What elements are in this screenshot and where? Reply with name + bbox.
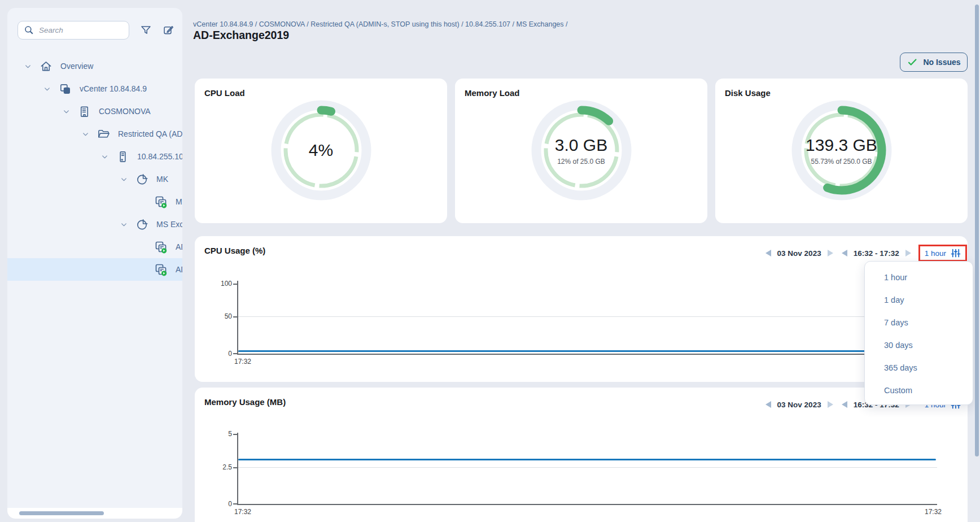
y-tick-label: 5 <box>209 430 232 438</box>
disk-usage-card: Disk Usage 139.3 GB 55.73% of 250.0 GB <box>715 79 968 223</box>
sidebar: OverviewvCenter 10.84.84.9COSMONOVARestr… <box>7 8 182 519</box>
status-badge[interactable]: No Issues <box>900 53 968 72</box>
vscrollbar-thumb[interactable] <box>975 5 979 456</box>
datacenter-icon <box>77 105 91 118</box>
tree-item-restricted-qa-admin-s-stop-using-this-host[interactable]: Restricted QA (ADMIN-s, STOP using this … <box>7 123 182 145</box>
y-axis <box>237 433 238 504</box>
memory-usage-plot: 5 2.5 0 17:32 17:32 <box>195 388 968 522</box>
cpu-usage-card: CPU Usage (%) 03 Nov 2023 16:32 - 17:32 … <box>195 236 968 382</box>
y-tick-label: 0 <box>209 350 232 358</box>
gridline-50 <box>238 316 937 317</box>
chevron-down-icon[interactable] <box>62 107 71 116</box>
tree: OverviewvCenter 10.84.84.9COSMONOVARestr… <box>7 55 182 281</box>
memory-usage-card: Memory Usage (MB) 03 Nov 2023 16:32 - 17… <box>195 388 968 522</box>
period-dropdown: 1 hour1 day7 days30 days365 daysCustom <box>864 261 973 405</box>
y-tick-label: 0 <box>209 500 232 508</box>
tree-item-mk[interactable]: MK <box>7 168 182 190</box>
x-tick-label: 17:32 <box>925 508 942 516</box>
home-icon <box>39 59 53 73</box>
breadcrumb[interactable]: vCenter 10.84.84.9 / COSMONOVA / Restric… <box>193 20 568 28</box>
tree-item-mk-vm[interactable]: MK-VM <box>7 190 182 213</box>
tree-item-label: Restricted QA (ADMIN-s, STOP using this … <box>118 129 182 138</box>
cpu-load-card: CPU Load 4% <box>195 79 447 223</box>
x-tick-label: 17:32 <box>234 358 251 366</box>
cpu-usage-series-line <box>238 350 936 352</box>
gridline-2-5 <box>238 467 937 468</box>
disk-usage-gauge: 139.3 GB 55.73% of 250.0 GB <box>785 94 898 207</box>
chevron-down-icon[interactable] <box>100 152 109 161</box>
tree-item-cosmonova[interactable]: COSMONOVA <box>7 100 182 123</box>
page-title: AD-Exchange2019 <box>193 29 289 42</box>
folder-icon <box>97 127 110 141</box>
search-icon <box>24 25 34 36</box>
edit-icon[interactable] <box>163 24 174 36</box>
card-title: Memory Load <box>465 88 520 98</box>
chevron-down-icon[interactable] <box>119 220 128 229</box>
pool-icon <box>135 172 148 186</box>
tree-item-label: AD-Exchange <box>176 242 182 251</box>
chevron-spacer <box>138 242 147 251</box>
tree-item-label: MS Exchanges <box>156 220 182 229</box>
sidebar-toolbar <box>18 20 178 40</box>
cpu-load-gauge: 4% <box>265 94 378 207</box>
status-badge-label: No Issues <box>923 58 960 67</box>
y-tick-label: 100 <box>209 280 232 288</box>
tree-item-label: Overview <box>60 62 93 71</box>
x-axis <box>237 504 937 505</box>
vcenter-icon <box>58 82 72 95</box>
card-title: CPU Load <box>204 88 245 98</box>
x-axis <box>237 354 937 355</box>
x-tick-label: 17:32 <box>234 508 251 516</box>
memory-load-card: Memory Load 3.0 GB 12% of 25.0 GB <box>455 79 707 223</box>
pool-icon <box>135 218 148 231</box>
tree-item-label: COSMONOVA <box>99 107 151 116</box>
tree-item-vcenter-10-84-84-9[interactable]: vCenter 10.84.84.9 <box>7 77 182 100</box>
tree-item-label: MK <box>156 175 168 184</box>
cpu-usage-plot: 100 50 0 17:32 <box>195 236 968 382</box>
y-axis <box>237 281 238 355</box>
chevron-down-icon[interactable] <box>42 84 51 93</box>
period-option-30-days[interactable]: 30 days <box>865 334 973 356</box>
tree-item-overview[interactable]: Overview <box>7 55 182 77</box>
sidebar-hscrollbar <box>7 508 182 519</box>
card-title: Disk Usage <box>725 88 771 98</box>
period-option-1-day[interactable]: 1 day <box>865 289 973 311</box>
period-option-1-hour[interactable]: 1 hour <box>865 266 973 289</box>
y-tick-label: 50 <box>209 312 232 320</box>
period-option-365-days[interactable]: 365 days <box>865 356 973 379</box>
host-icon <box>116 150 129 163</box>
chevron-down-icon[interactable] <box>23 62 32 71</box>
period-option-custom[interactable]: Custom <box>865 379 973 402</box>
tree-item-label: vCenter 10.84.84.9 <box>80 84 147 93</box>
chevron-down-icon[interactable] <box>81 129 90 138</box>
tree-item-ad-exchange[interactable]: AD-Exchange <box>7 236 182 258</box>
memory-load-gauge: 3.0 GB 12% of 25.0 GB <box>525 94 638 207</box>
tree-item-10-84-255-107[interactable]: 10.84.255.107 <box>7 145 182 168</box>
filter-icon[interactable] <box>140 24 152 36</box>
vm-icon <box>154 195 168 208</box>
search-input[interactable] <box>39 26 124 34</box>
tree-item-ad-exchange2019[interactable]: AD-Exchange2019 <box>7 258 182 281</box>
vm-icon <box>154 263 168 276</box>
chevron-spacer <box>138 197 147 206</box>
hscrollbar-thumb[interactable] <box>19 511 104 515</box>
tree-item-label: 10.84.255.107 <box>137 152 182 161</box>
vm-icon <box>154 240 168 254</box>
tree-item-ms-exchanges[interactable]: MS Exchanges <box>7 213 182 236</box>
period-option-7-days[interactable]: 7 days <box>865 311 973 334</box>
chevron-down-icon[interactable] <box>119 175 128 184</box>
tree-item-label: MK-VM <box>176 197 182 206</box>
check-icon <box>907 57 918 67</box>
chevron-spacer <box>138 265 147 274</box>
search-box[interactable] <box>18 21 129 40</box>
memory-usage-series-line <box>238 459 936 460</box>
y-tick-label: 2.5 <box>209 463 232 471</box>
tree-item-label: AD-Exchange2019 <box>176 265 182 274</box>
